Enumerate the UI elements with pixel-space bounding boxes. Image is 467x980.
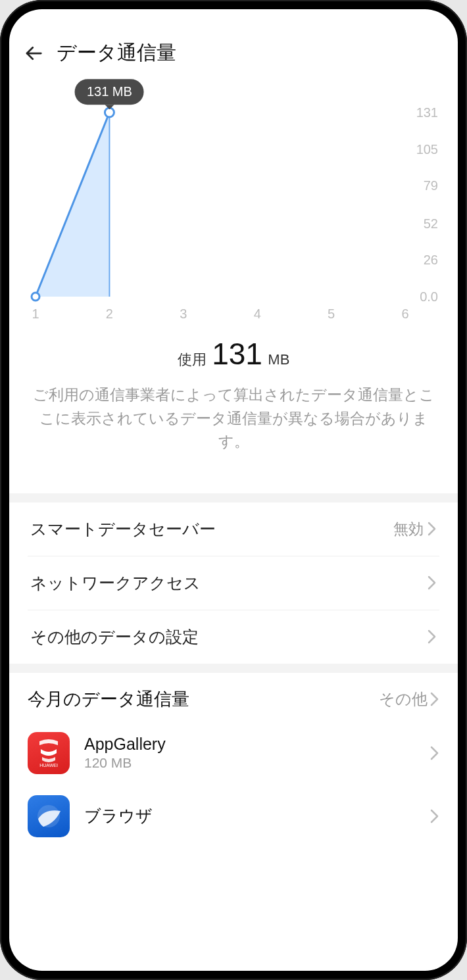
chevron-right-icon bbox=[428, 575, 437, 591]
screen: データ通信量 1311057952260.0123456131 MB 使用 13… bbox=[9, 9, 458, 971]
app-row[interactable]: ブラウザ bbox=[9, 785, 458, 848]
browser-icon bbox=[36, 803, 62, 829]
month-section-header[interactable]: 今月のデータ通信量 その他 bbox=[9, 673, 458, 722]
chevron-right-icon bbox=[428, 629, 437, 645]
settings-row[interactable]: スマートデータセーバー無効 bbox=[28, 502, 439, 556]
app-icon bbox=[28, 795, 70, 837]
chart-ytick: 26 bbox=[424, 253, 438, 268]
usage-value: 131 bbox=[209, 337, 265, 371]
apps-list: HUAWEIAppGallery120 MBブラウザ bbox=[9, 722, 458, 848]
settings-list: スマートデータセーバー無効ネットワークアクセスその他のデータの設定 bbox=[9, 502, 458, 664]
settings-row-label: ネットワークアクセス bbox=[30, 572, 428, 594]
chart-ytick: 79 bbox=[424, 178, 438, 193]
chart-ytick: 105 bbox=[416, 141, 438, 157]
chevron-right-icon bbox=[430, 745, 439, 761]
header: データ通信量 bbox=[9, 28, 458, 73]
phone-frame: データ通信量 1311057952260.0123456131 MB 使用 13… bbox=[0, 0, 467, 980]
chart-xtick: 6 bbox=[401, 306, 408, 322]
chart-ytick: 0.0 bbox=[420, 289, 438, 305]
chart-xtick: 3 bbox=[180, 306, 187, 322]
section-divider bbox=[9, 664, 458, 673]
app-meta: ブラウザ bbox=[84, 805, 416, 827]
app-sub: 120 MB bbox=[84, 755, 416, 771]
settings-row-value: 無効 bbox=[393, 519, 424, 539]
chart-xtick: 2 bbox=[106, 306, 113, 322]
chart-xtick: 4 bbox=[254, 306, 261, 322]
chevron-right-icon bbox=[428, 521, 437, 537]
settings-row-label: その他のデータの設定 bbox=[30, 626, 428, 648]
usage-prefix: 使用 bbox=[178, 351, 207, 368]
app-meta: AppGallery120 MB bbox=[84, 735, 416, 771]
huawei-appgallery-icon: HUAWEI bbox=[36, 739, 62, 768]
status-bar bbox=[9, 9, 458, 28]
disclaimer-text: ご利用の通信事業者によって算出されたデータ通信量とここに表示されているデータ通信… bbox=[9, 377, 458, 493]
chart-ytick: 131 bbox=[416, 105, 438, 120]
chart-xtick: 1 bbox=[32, 306, 39, 322]
svg-point-2 bbox=[32, 293, 39, 301]
page-title: データ通信量 bbox=[57, 39, 176, 66]
settings-row[interactable]: その他のデータの設定 bbox=[28, 610, 439, 664]
chart-tooltip: 131 MB bbox=[75, 79, 144, 105]
month-section-title: 今月のデータ通信量 bbox=[28, 687, 379, 711]
app-name: ブラウザ bbox=[84, 805, 416, 827]
chevron-right-icon bbox=[430, 691, 439, 707]
month-more-label: その他 bbox=[379, 689, 428, 710]
chart-container: 1311057952260.0123456131 MB bbox=[9, 73, 458, 303]
chevron-right-icon bbox=[430, 808, 439, 824]
usage-chart: 1311057952260.0123456131 MB bbox=[29, 93, 438, 303]
back-button[interactable] bbox=[22, 42, 45, 64]
app-row[interactable]: HUAWEIAppGallery120 MB bbox=[9, 722, 458, 785]
app-name: AppGallery bbox=[84, 735, 416, 754]
section-divider bbox=[9, 493, 458, 502]
settings-row-label: スマートデータセーバー bbox=[30, 518, 393, 540]
settings-row[interactable]: ネットワークアクセス bbox=[28, 556, 439, 610]
app-icon: HUAWEI bbox=[28, 732, 70, 774]
chart-ytick: 52 bbox=[424, 216, 438, 231]
svg-text:HUAWEI: HUAWEI bbox=[39, 763, 58, 768]
chart-xtick: 5 bbox=[328, 306, 335, 322]
usage-summary: 使用 131 MB bbox=[9, 303, 458, 377]
arrow-left-icon bbox=[24, 43, 43, 63]
usage-unit: MB bbox=[268, 351, 289, 368]
